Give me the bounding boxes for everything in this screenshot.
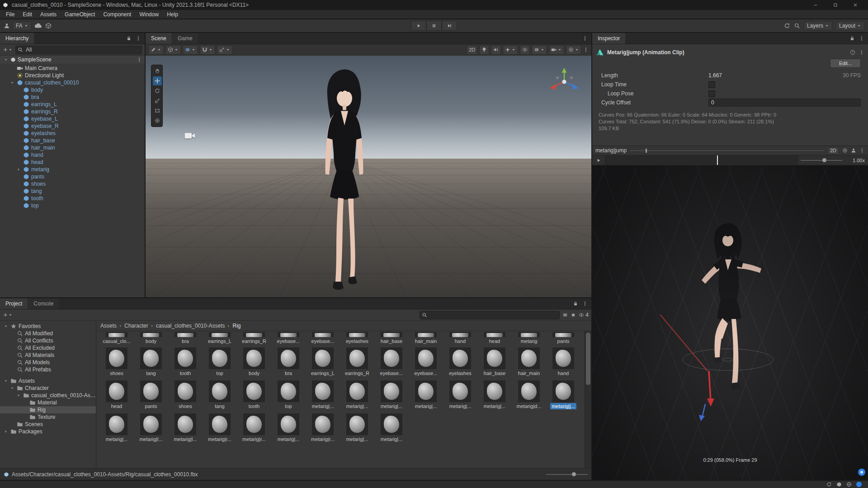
asset-item[interactable]: body bbox=[135, 332, 167, 344]
favorite-search-item[interactable]: All Prefabs bbox=[0, 366, 96, 373]
loop-time-checkbox[interactable] bbox=[708, 81, 715, 88]
asset-item[interactable]: hair_main bbox=[410, 332, 442, 344]
project-search[interactable] bbox=[420, 311, 560, 319]
asset-item[interactable]: metarig|l... bbox=[169, 413, 202, 442]
asset-item[interactable]: pants bbox=[135, 380, 167, 409]
hierarchy-item[interactable]: body bbox=[0, 86, 145, 94]
asset-item[interactable]: pants bbox=[547, 332, 580, 344]
tab-project[interactable]: Project bbox=[0, 298, 28, 309]
account-icon[interactable] bbox=[4, 23, 10, 29]
folder-item[interactable]: Scenes bbox=[0, 421, 96, 428]
asset-item[interactable]: bra bbox=[169, 332, 202, 344]
asset-item[interactable]: metarig|... bbox=[410, 380, 442, 409]
asset-item[interactable]: eyebase... bbox=[410, 347, 442, 376]
panel-menu-icon[interactable] bbox=[859, 36, 864, 41]
asset-item[interactable]: tooth bbox=[169, 347, 202, 376]
asset-item[interactable]: metarig|r... bbox=[203, 413, 236, 442]
hierarchy-item[interactable]: hair_base bbox=[0, 137, 145, 144]
vertical-scrollbar[interactable] bbox=[585, 331, 591, 468]
favorite-search-item[interactable]: All Conflicts bbox=[0, 337, 96, 344]
tab-console[interactable]: Console bbox=[28, 298, 59, 309]
asset-item[interactable]: metarig|... bbox=[375, 413, 408, 442]
help-icon[interactable] bbox=[850, 50, 855, 55]
panel-menu-icon[interactable] bbox=[582, 301, 588, 306]
transform-tool-button[interactable] bbox=[153, 116, 162, 125]
folder-item[interactable]: casual_clothes_0010-Assets bbox=[0, 392, 96, 399]
asset-item[interactable]: casual_clo... bbox=[100, 332, 133, 344]
asset-item[interactable]: eyebase... bbox=[375, 347, 408, 376]
pause-button[interactable] bbox=[426, 21, 442, 31]
play-button[interactable] bbox=[411, 21, 426, 31]
avatar-icon[interactable] bbox=[851, 148, 856, 153]
network-icon[interactable] bbox=[846, 482, 852, 487]
search-by-type-icon[interactable] bbox=[562, 312, 568, 318]
hierarchy-item[interactable]: bra bbox=[0, 94, 145, 101]
hierarchy-item[interactable]: pants bbox=[0, 173, 145, 180]
menu-item[interactable]: Window bbox=[135, 10, 163, 19]
menu-item[interactable]: File bbox=[2, 10, 19, 19]
search-icon[interactable] bbox=[794, 23, 800, 29]
asset-item[interactable]: metarig|r... bbox=[307, 413, 339, 442]
asset-item[interactable]: metarig|... bbox=[272, 413, 305, 442]
hierarchy-item[interactable]: hand bbox=[0, 151, 145, 159]
camera-gizmo-icon[interactable] bbox=[183, 130, 197, 141]
account-dropdown[interactable]: FA bbox=[13, 21, 32, 30]
asset-item[interactable]: metarig bbox=[513, 332, 545, 344]
asset-item[interactable]: earrings_L bbox=[307, 347, 339, 376]
asset-item[interactable]: earrings_R bbox=[238, 332, 270, 344]
create-asset-button[interactable] bbox=[3, 312, 13, 318]
hierarchy-search-input[interactable] bbox=[25, 46, 140, 53]
minimize-button[interactable] bbox=[806, 0, 826, 10]
asset-item[interactable]: tooth bbox=[238, 380, 270, 409]
hierarchy-item[interactable]: tang bbox=[0, 188, 145, 195]
folder-item[interactable]: Assets bbox=[0, 377, 96, 385]
hierarchy-search[interactable] bbox=[15, 46, 142, 54]
hand-tool-button[interactable] bbox=[153, 66, 162, 75]
favorite-search-item[interactable]: All Excluded bbox=[0, 344, 96, 352]
hierarchy-item[interactable]: tooth bbox=[0, 195, 145, 202]
asset-item[interactable]: hair_main bbox=[513, 347, 545, 376]
layout-dropdown[interactable]: Layout bbox=[836, 21, 864, 30]
hierarchy-item[interactable]: shoes bbox=[0, 180, 145, 188]
hierarchy-item[interactable]: earrings_L bbox=[0, 101, 145, 108]
menu-item[interactable]: Help bbox=[163, 10, 182, 19]
preview-avatar-button[interactable] bbox=[858, 469, 865, 476]
scale-tool-button[interactable] bbox=[153, 96, 162, 105]
asset-item[interactable]: metarig|... bbox=[375, 380, 408, 409]
draw-mode-dropdown[interactable] bbox=[148, 45, 164, 55]
scene-audio-toggle[interactable] bbox=[491, 45, 501, 55]
menu-item[interactable]: Assets bbox=[36, 10, 61, 19]
favorites-root[interactable]: Favorites bbox=[0, 323, 96, 330]
undo-history-icon[interactable] bbox=[784, 23, 790, 29]
scene-options-icon[interactable] bbox=[137, 57, 142, 62]
menu-item[interactable]: GameObject bbox=[61, 10, 99, 19]
rotate-tool-button[interactable] bbox=[153, 86, 162, 95]
hierarchy-item[interactable]: top bbox=[0, 202, 145, 209]
asset-item[interactable]: top bbox=[203, 347, 236, 376]
preview-play-button[interactable] bbox=[592, 155, 605, 165]
tool-settings-dropdown[interactable] bbox=[217, 45, 232, 55]
asset-item[interactable]: earrings_L bbox=[203, 332, 236, 344]
close-button[interactable] bbox=[845, 0, 865, 10]
favorite-search-item[interactable]: All Models bbox=[0, 359, 96, 366]
rect-tool-button[interactable] bbox=[153, 106, 162, 115]
asset-item[interactable]: shoes bbox=[169, 380, 202, 409]
edit-clip-button[interactable]: Edit... bbox=[830, 59, 861, 68]
scrollbar-thumb[interactable] bbox=[586, 333, 590, 385]
scene-viewport[interactable] bbox=[146, 56, 591, 297]
lock-icon[interactable] bbox=[573, 301, 578, 306]
asset-item[interactable]: head bbox=[100, 380, 133, 409]
hierarchy-item[interactable]: Directional Light bbox=[0, 72, 145, 79]
asset-item[interactable]: bra bbox=[272, 347, 305, 376]
hierarchy-item[interactable]: hair_main bbox=[0, 144, 145, 151]
tab-game[interactable]: Game bbox=[172, 33, 198, 44]
asset-item[interactable]: top bbox=[272, 380, 305, 409]
asset-item[interactable]: shoes bbox=[100, 347, 133, 376]
asset-item[interactable]: tang bbox=[135, 347, 167, 376]
hierarchy-item[interactable]: metarig bbox=[0, 166, 145, 173]
breadcrumb-item[interactable]: casual_clothes_0010-Assets bbox=[156, 323, 225, 329]
asset-item[interactable]: eyelashes bbox=[444, 347, 476, 376]
breadcrumb-item[interactable]: Rig bbox=[232, 323, 241, 329]
hierarchy-item[interactable]: head bbox=[0, 159, 145, 166]
component-menu-icon[interactable] bbox=[859, 50, 864, 55]
